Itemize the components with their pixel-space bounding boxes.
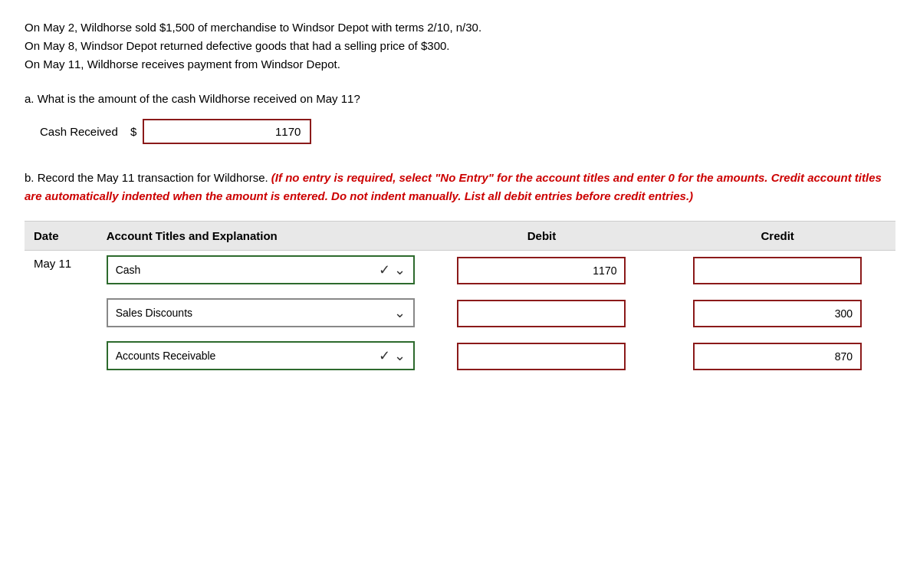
debit-input-cash[interactable] bbox=[457, 257, 626, 284]
account-label-sales-discounts: Sales Discounts bbox=[116, 307, 388, 319]
cash-received-label: Cash Received bbox=[40, 125, 124, 138]
chevron-down-icon: ⌄ bbox=[394, 304, 406, 321]
account-select-cash[interactable]: Cash ✓ ⌄ bbox=[107, 255, 415, 284]
header-debit: Debit bbox=[424, 222, 660, 251]
credit-cell-sales-discounts bbox=[659, 294, 895, 337]
credit-input-cash[interactable] bbox=[693, 257, 862, 284]
account-label-accounts-receivable: Accounts Receivable bbox=[116, 350, 373, 362]
dollar-sign: $ bbox=[130, 125, 136, 138]
account-select-accounts-receivable[interactable]: Accounts Receivable ✓ ⌄ bbox=[107, 341, 415, 370]
header-date: Date bbox=[25, 222, 97, 251]
header-credit: Credit bbox=[659, 222, 895, 251]
debit-cell-accounts-receivable bbox=[424, 337, 660, 379]
question-a-label: a. What is the amount of the cash Wildho… bbox=[25, 92, 895, 105]
cash-received-input[interactable] bbox=[143, 119, 311, 144]
entry-account-cash: Cash ✓ ⌄ bbox=[97, 251, 424, 294]
debit-cell-cash bbox=[424, 251, 660, 294]
problem-line-1: On May 2, Wildhorse sold $1,500 of merch… bbox=[25, 18, 895, 37]
cash-received-row: Cash Received $ bbox=[40, 119, 895, 144]
question-b-text: b. Record the May 11 transaction for Wil… bbox=[25, 169, 895, 205]
credit-cell-cash bbox=[659, 251, 895, 294]
table-header-row: Date Account Titles and Explanation Debi… bbox=[25, 222, 895, 251]
problem-statement: On May 2, Wildhorse sold $1,500 of merch… bbox=[25, 18, 895, 74]
entry-date-may11: May 11 bbox=[25, 251, 97, 294]
credit-input-accounts-receivable[interactable] bbox=[693, 343, 862, 370]
credit-input-sales-discounts[interactable] bbox=[693, 300, 862, 327]
credit-cell-accounts-receivable bbox=[659, 337, 895, 379]
debit-cell-sales-discounts bbox=[424, 294, 660, 337]
debit-input-sales-discounts[interactable] bbox=[457, 300, 626, 327]
question-b: b. Record the May 11 transaction for Wil… bbox=[25, 169, 895, 205]
table-row: Accounts Receivable ✓ ⌄ bbox=[25, 337, 895, 379]
entry-date-empty-1 bbox=[25, 294, 97, 337]
table-row: Sales Discounts ⌄ bbox=[25, 294, 895, 337]
table-row: May 11 Cash ✓ ⌄ bbox=[25, 251, 895, 294]
account-label-cash: Cash bbox=[116, 264, 373, 276]
entry-date-empty-2 bbox=[25, 337, 97, 379]
header-account: Account Titles and Explanation bbox=[97, 222, 424, 251]
entry-account-accounts-receivable: Accounts Receivable ✓ ⌄ bbox=[97, 337, 424, 379]
question-a: a. What is the amount of the cash Wildho… bbox=[25, 92, 895, 144]
entry-account-sales-discounts: Sales Discounts ⌄ bbox=[97, 294, 424, 337]
debit-input-accounts-receivable[interactable] bbox=[457, 343, 626, 370]
chevron-down-icon: ✓ ⌄ bbox=[379, 347, 406, 364]
problem-line-2: On May 8, Windsor Depot returned defecti… bbox=[25, 37, 895, 55]
question-b-label: b. Record the May 11 transaction for Wil… bbox=[25, 171, 268, 184]
account-select-sales-discounts[interactable]: Sales Discounts ⌄ bbox=[107, 298, 415, 327]
journal-table: Date Account Titles and Explanation Debi… bbox=[25, 221, 895, 379]
chevron-down-icon: ✓ ⌄ bbox=[379, 261, 406, 278]
problem-line-3: On May 11, Wildhorse receives payment fr… bbox=[25, 55, 895, 74]
